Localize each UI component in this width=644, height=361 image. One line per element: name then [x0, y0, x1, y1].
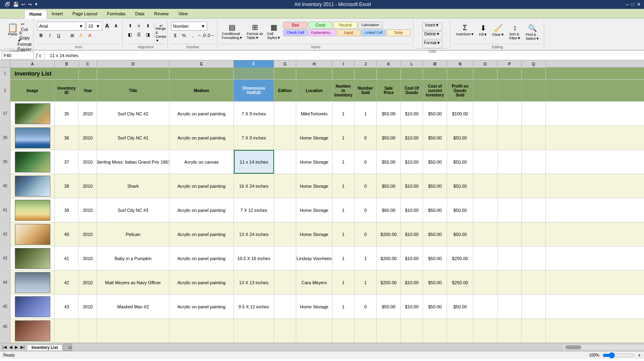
cell-year-36[interactable]: 2010: [79, 126, 97, 150]
cell-extra3-42[interactable]: [522, 271, 546, 294]
cell-id-36[interactable]: 36: [55, 126, 79, 150]
row-num-46[interactable]: 46: [0, 319, 10, 335]
bad-style[interactable]: Bad: [283, 22, 308, 29]
cell-title-40[interactable]: Pelican: [97, 222, 169, 246]
row-num-38[interactable]: 38: [0, 126, 10, 150]
cell-dim-37[interactable]: 11 x 14 inches: [234, 150, 274, 174]
cell-cost-ci-[interactable]: [423, 319, 447, 343]
image-cell-36[interactable]: [10, 126, 55, 150]
cell-num-inv-37[interactable]: 1: [332, 150, 355, 174]
currency-btn[interactable]: $: [171, 31, 179, 39]
cell-profit-37[interactable]: $50.00: [447, 150, 473, 174]
cell-year-39[interactable]: 2010: [79, 198, 97, 222]
cell-extra-40[interactable]: [473, 222, 497, 246]
row-num-39[interactable]: 39: [0, 150, 10, 174]
cell-e1[interactable]: [169, 68, 234, 79]
format-painter-button[interactable]: 🖌 Format Painter: [21, 40, 29, 48]
tab-review[interactable]: Review: [149, 9, 173, 18]
cell-year-38[interactable]: 2010: [79, 174, 97, 198]
zoom-slider[interactable]: [603, 353, 635, 358]
cell-edition-36[interactable]: [274, 126, 296, 150]
cell-num-inv-41[interactable]: 1: [332, 246, 355, 270]
cell-num-inv-36[interactable]: 1: [332, 126, 355, 150]
cell-medium-38[interactable]: Acrylic on panel painting: [169, 174, 234, 198]
cell-profit-42[interactable]: $250.00: [447, 271, 473, 294]
cell-sale-43[interactable]: $50.00: [377, 295, 401, 318]
cell-dim-40[interactable]: 13 X 24 inches: [234, 222, 274, 246]
cell-profit-38[interactable]: $50.00: [447, 174, 473, 198]
cell-o1[interactable]: [473, 68, 497, 79]
cell-extra3-36[interactable]: [522, 126, 546, 150]
cell-num-sold-43[interactable]: 0: [355, 295, 377, 318]
cell-h1[interactable]: [296, 68, 332, 79]
cell-cost-ci-40[interactable]: $50.00: [423, 222, 447, 246]
cell-num-sold-41[interactable]: 1: [355, 246, 377, 270]
cell-medium-43[interactable]: Acrylic on panel painting: [169, 295, 234, 318]
name-box[interactable]: [2, 51, 34, 59]
cell-num-inv-42[interactable]: 1: [332, 271, 355, 294]
cell-dim-36[interactable]: 7 X 9 inches: [234, 126, 274, 150]
image-cell-40[interactable]: [10, 222, 55, 246]
cell-location-43[interactable]: Home Storage: [296, 295, 332, 318]
cell-dim-43[interactable]: 9.5 X 12 inches: [234, 295, 274, 318]
sort-filter-btn[interactable]: ↕ Sort &Filter▼: [507, 23, 523, 41]
cell-extra2-43[interactable]: [497, 295, 522, 318]
cell-sale-42[interactable]: $200.00: [377, 271, 401, 294]
clear-btn[interactable]: 🧹 Clear▼: [490, 23, 506, 38]
cell-dim-41[interactable]: 10.5 X 16 inches: [234, 246, 274, 270]
cell-q1[interactable]: [522, 68, 546, 79]
fill-color-button[interactable]: A: [77, 31, 85, 39]
cell-j1[interactable]: [355, 68, 377, 79]
cell-g1[interactable]: [274, 68, 296, 79]
col-header-d[interactable]: D: [97, 60, 169, 68]
cell-year-[interactable]: [79, 319, 97, 343]
minimize-btn[interactable]: ─: [625, 0, 629, 9]
tab-data[interactable]: Data: [130, 9, 149, 18]
cell-extra2-42[interactable]: [497, 271, 522, 294]
cell-title-38[interactable]: Shark: [97, 174, 169, 198]
row-num-2[interactable]: 2: [0, 80, 10, 102]
cell-cost-goods-39[interactable]: $10.00: [401, 198, 423, 222]
maximize-btn[interactable]: □: [632, 0, 634, 9]
cell-title-35[interactable]: Surf City NC #2: [97, 102, 169, 125]
cell-num-inv-35[interactable]: 1: [332, 102, 355, 125]
col-header-j[interactable]: J: [355, 60, 377, 68]
decrease-decimal-btn[interactable]: ←.0: [198, 31, 206, 39]
cut-button[interactable]: ✂ Cut: [21, 23, 29, 31]
align-top-btn[interactable]: ⬆: [126, 22, 134, 30]
sheet-tab-2[interactable]: ☺: [63, 344, 72, 351]
image-cell-41[interactable]: [10, 246, 55, 270]
cell-extra2-40[interactable]: [497, 222, 522, 246]
cell-sale-37[interactable]: $50.00: [377, 150, 401, 174]
cell-edition-39[interactable]: [274, 198, 296, 222]
image-cell-39[interactable]: [10, 198, 55, 222]
cell-medium-[interactable]: [169, 319, 234, 343]
col-header-g[interactable]: G: [274, 60, 296, 68]
cell-dim-35[interactable]: 7 X 9 inches: [234, 102, 274, 125]
cell-year-43[interactable]: 2010: [79, 295, 97, 318]
cell-edition-38[interactable]: [274, 174, 296, 198]
increase-font-btn[interactable]: A: [103, 22, 111, 30]
cell-medium-40[interactable]: Acrylic on panel painting: [169, 222, 234, 246]
cell-location-38[interactable]: Home Storage: [296, 174, 332, 198]
decrease-font-btn[interactable]: A: [112, 22, 120, 30]
linked-cell-style[interactable]: Linked Cell: [361, 29, 386, 36]
cell-i1[interactable]: [332, 68, 355, 79]
col-header-m[interactable]: M: [423, 60, 447, 68]
italic-button[interactable]: I: [46, 31, 54, 39]
row-num-44[interactable]: 44: [0, 271, 10, 295]
cell-extra2-41[interactable]: [497, 246, 522, 270]
cell-id-42[interactable]: 42: [55, 271, 79, 294]
image-cell-35[interactable]: [10, 102, 55, 125]
tab-insert[interactable]: Insert: [47, 9, 68, 18]
cell-id-40[interactable]: 40: [55, 222, 79, 246]
cell-num-sold-36[interactable]: 0: [355, 126, 377, 150]
cell-profit-41[interactable]: $250.00: [447, 246, 473, 270]
cell-medium-35[interactable]: Acrylic on panel painting: [169, 102, 234, 125]
col-header-p[interactable]: P: [497, 60, 522, 68]
delete-cells-btn[interactable]: Delete▼: [422, 31, 442, 39]
cell-year-41[interactable]: 2010: [79, 246, 97, 270]
formula-input[interactable]: [48, 53, 642, 58]
cell-profit-43[interactable]: $50.00: [447, 295, 473, 318]
col-header-l[interactable]: L: [401, 60, 423, 68]
